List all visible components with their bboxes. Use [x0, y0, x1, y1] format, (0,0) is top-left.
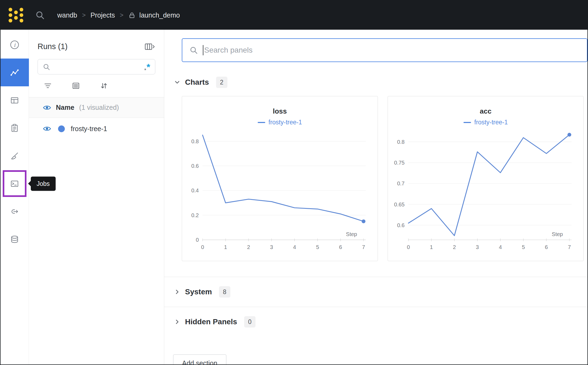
- database-icon: [10, 234, 19, 244]
- svg-text:3: 3: [270, 244, 273, 250]
- eye-icon[interactable]: [43, 125, 51, 133]
- rail-item-jobs[interactable]: Jobs: [1, 170, 29, 197]
- section-charts-label: Charts: [185, 78, 209, 87]
- svg-text:0: 0: [201, 244, 204, 250]
- eye-icon[interactable]: [43, 104, 51, 112]
- run-row[interactable]: frosty-tree-1: [29, 118, 164, 139]
- svg-text:2: 2: [453, 244, 456, 250]
- breadcrumb-projects[interactable]: Projects: [90, 11, 115, 19]
- svg-text:0.4: 0.4: [191, 187, 199, 193]
- runs-visualized-count: (1 visualized): [79, 104, 119, 111]
- svg-text:0: 0: [196, 237, 199, 243]
- svg-text:3: 3: [476, 244, 479, 250]
- svg-text:4: 4: [499, 244, 502, 250]
- rail-item-sweeps[interactable]: [1, 142, 29, 170]
- runs-toolbar: [43, 81, 164, 90]
- section-system-count: 8: [219, 286, 230, 298]
- line-chart-icon: [10, 68, 19, 77]
- regex-toggle-icon[interactable]: . *: [144, 62, 150, 72]
- lock-icon: [128, 12, 136, 19]
- chart-card-loss[interactable]: loss frosty-tree-1 00.20.40.60.801234567…: [182, 96, 378, 261]
- svg-text:1: 1: [430, 244, 433, 250]
- rail-item-overview[interactable]: i: [1, 31, 29, 59]
- runs-search-input[interactable]: . *: [38, 59, 155, 74]
- svg-text:1: 1: [224, 244, 227, 250]
- section-hidden-panels-header[interactable]: Hidden Panels 0: [174, 316, 587, 328]
- runs-panel-header: Runs (1): [38, 42, 156, 51]
- svg-text:0.8: 0.8: [397, 139, 405, 145]
- rail-item-reports[interactable]: [1, 114, 29, 142]
- divider: [164, 277, 587, 277]
- chart-title: acc: [388, 107, 583, 115]
- jobs-terminal-icon: [10, 179, 19, 189]
- panel-search-input[interactable]: Search panels: [182, 38, 587, 62]
- wandb-logo[interactable]: [6, 6, 25, 25]
- runs-column-name[interactable]: Name: [56, 104, 74, 111]
- runs-table-expand-icon[interactable]: [144, 43, 156, 51]
- chevron-down-icon: [174, 79, 181, 86]
- svg-text:6: 6: [339, 244, 342, 250]
- run-color-dot: [58, 125, 65, 132]
- panel-search-placeholder: Search panels: [204, 46, 253, 54]
- run-name[interactable]: frosty-tree-1: [71, 125, 107, 133]
- app-shell: i: [1, 30, 587, 364]
- jobs-tooltip: Jobs: [31, 176, 56, 191]
- rail-item-artifacts[interactable]: [1, 225, 29, 253]
- breadcrumb-separator: >: [82, 12, 86, 19]
- svg-text:5: 5: [316, 244, 319, 250]
- svg-text:Step: Step: [552, 231, 563, 237]
- section-system-label: System: [185, 288, 212, 296]
- rail-item-automations[interactable]: [1, 197, 29, 225]
- acc-line-chart: 0.60.650.70.750.801234567Step: [391, 128, 580, 255]
- breadcrumb-project[interactable]: launch_demo: [139, 11, 180, 19]
- legend-run-name: frosty-tree-1: [474, 119, 508, 126]
- svg-text:0.7: 0.7: [397, 180, 405, 186]
- chart-card-acc[interactable]: acc frosty-tree-1 0.60.650.70.750.801234…: [388, 96, 584, 261]
- svg-text:4: 4: [293, 244, 296, 250]
- divider: [164, 307, 587, 307]
- section-system-header[interactable]: System 8: [174, 286, 587, 298]
- nav-search-icon[interactable]: [35, 10, 45, 20]
- svg-text:7: 7: [568, 244, 571, 250]
- svg-text:0.6: 0.6: [397, 222, 405, 228]
- info-icon: i: [10, 40, 19, 50]
- svg-text:2: 2: [247, 244, 250, 250]
- svg-text:i: i: [14, 42, 16, 48]
- jobs-highlight-box: [3, 170, 26, 197]
- chevron-right-icon: [174, 288, 181, 295]
- svg-text:0.6: 0.6: [191, 163, 199, 169]
- search-icon: [189, 46, 198, 54]
- table-icon: [10, 95, 19, 105]
- svg-text:Step: Step: [346, 231, 357, 237]
- wandb-logo-icon: [7, 6, 25, 24]
- left-rail: i: [1, 30, 29, 364]
- svg-text:0.65: 0.65: [394, 202, 405, 207]
- breadcrumb-entity[interactable]: wandb: [57, 11, 77, 19]
- workspace-main: Search panels Charts 2 loss frosty-tree: [164, 30, 587, 364]
- runs-panel: Runs (1) . *: [29, 30, 164, 364]
- svg-text:5: 5: [522, 244, 525, 250]
- breadcrumb: wandb > Projects > launch_demo: [57, 11, 180, 19]
- svg-text:0.2: 0.2: [191, 212, 199, 218]
- rail-item-workspace[interactable]: [1, 59, 29, 86]
- legend-run-name: frosty-tree-1: [268, 119, 302, 126]
- svg-text:6: 6: [545, 244, 548, 250]
- group-icon[interactable]: [72, 81, 80, 90]
- runs-title: Runs (1): [38, 42, 68, 51]
- chart-legend: frosty-tree-1: [388, 119, 583, 126]
- section-charts-header[interactable]: Charts 2: [174, 77, 587, 88]
- chart-title: loss: [182, 107, 378, 115]
- section-charts-count: 2: [216, 77, 227, 88]
- section-hidden-panels-label: Hidden Panels: [185, 318, 237, 326]
- svg-text:0: 0: [407, 244, 410, 250]
- section-hidden-panels-count: 0: [244, 316, 256, 328]
- filter-icon[interactable]: [43, 81, 52, 90]
- legend-line-swatch: [463, 122, 471, 123]
- text-cursor: [203, 45, 203, 55]
- rail-item-table[interactable]: [1, 86, 29, 114]
- svg-text:0.75: 0.75: [394, 160, 405, 166]
- sort-icon[interactable]: [100, 81, 108, 90]
- add-section-button[interactable]: Add section: [173, 354, 226, 364]
- clipboard-icon: [10, 123, 19, 133]
- chart-legend: frosty-tree-1: [182, 119, 378, 126]
